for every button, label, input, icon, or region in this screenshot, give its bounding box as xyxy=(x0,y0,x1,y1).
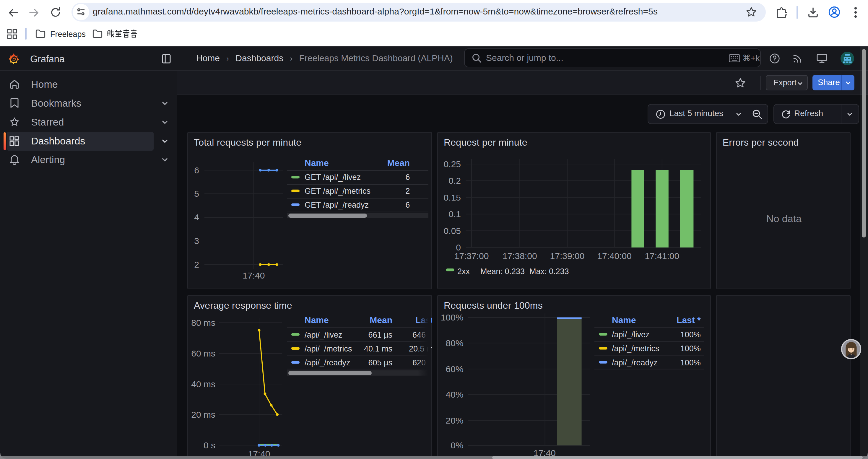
svg-text:60 ms: 60 ms xyxy=(191,349,215,359)
svg-text:100%: 100% xyxy=(441,313,464,323)
svg-text:20 ms: 20 ms xyxy=(191,410,215,419)
svg-text:Last *: Last * xyxy=(677,315,701,325)
svg-text:20%: 20% xyxy=(446,416,464,425)
svg-text:/api/_/livez: /api/_/livez xyxy=(612,330,650,339)
svg-text:17:40:00: 17:40:00 xyxy=(597,251,632,261)
svg-text:/api/_/livez: /api/_/livez xyxy=(305,330,342,339)
svg-text:Mean: Mean xyxy=(387,158,410,168)
svg-text:661 µs: 661 µs xyxy=(368,330,392,339)
svg-text:40 ms: 40 ms xyxy=(191,379,215,389)
svg-text:/api/_/readyz: /api/_/readyz xyxy=(305,359,350,367)
svg-text:80%: 80% xyxy=(446,338,464,348)
svg-text:/api/_/metrics: /api/_/metrics xyxy=(305,345,352,353)
svg-text:Name: Name xyxy=(305,315,329,325)
svg-text:0.2: 0.2 xyxy=(448,176,461,186)
svg-text:17:39:00: 17:39:00 xyxy=(550,251,585,261)
svg-text:100%: 100% xyxy=(680,345,701,353)
svg-text:6: 6 xyxy=(405,201,410,209)
svg-text:GET /api/_/readyz: GET /api/_/readyz xyxy=(305,201,369,209)
svg-text:100%: 100% xyxy=(680,358,701,367)
svg-text:5: 5 xyxy=(194,189,199,198)
svg-text:17:41:00: 17:41:00 xyxy=(645,251,679,261)
svg-text:100%: 100% xyxy=(680,330,701,339)
svg-text:Name: Name xyxy=(305,158,329,168)
svg-text:605 µs: 605 µs xyxy=(368,359,392,367)
svg-text:3: 3 xyxy=(194,236,199,246)
svg-text:0 s: 0 s xyxy=(204,440,215,450)
svg-text:Name: Name xyxy=(612,315,636,325)
svg-text:Mean: Mean xyxy=(370,315,392,325)
svg-text:2: 2 xyxy=(194,260,199,269)
svg-text:40%: 40% xyxy=(446,390,464,399)
svg-text:6: 6 xyxy=(194,165,199,175)
svg-text:/api/_/metrics: /api/_/metrics xyxy=(612,345,659,353)
svg-text:2xx: 2xx xyxy=(457,267,470,276)
svg-text:2: 2 xyxy=(405,187,410,196)
svg-text:/api/_/readyz: /api/_/readyz xyxy=(612,358,658,367)
svg-text:17:37:00: 17:37:00 xyxy=(454,251,489,261)
svg-text:0%: 0% xyxy=(451,441,463,451)
svg-text:GET /api/_/metrics: GET /api/_/metrics xyxy=(305,187,370,196)
svg-text:17:40: 17:40 xyxy=(243,270,265,280)
svg-text:80 ms: 80 ms xyxy=(191,318,215,328)
svg-text:Max: 0.233: Max: 0.233 xyxy=(529,267,569,276)
svg-text:6: 6 xyxy=(405,173,410,182)
svg-text:0.1: 0.1 xyxy=(448,209,461,219)
svg-text:4: 4 xyxy=(194,212,199,222)
svg-text:17:38:00: 17:38:00 xyxy=(502,251,537,261)
svg-text:60%: 60% xyxy=(446,364,464,374)
svg-text:GET /api/_/livez: GET /api/_/livez xyxy=(305,173,361,182)
svg-text:0.15: 0.15 xyxy=(444,193,461,202)
svg-text:0.25: 0.25 xyxy=(444,159,461,169)
svg-text:Mean: 0.233: Mean: 0.233 xyxy=(480,267,525,276)
svg-text:0.05: 0.05 xyxy=(444,226,461,236)
svg-text:40.1 ms: 40.1 ms xyxy=(364,345,392,353)
